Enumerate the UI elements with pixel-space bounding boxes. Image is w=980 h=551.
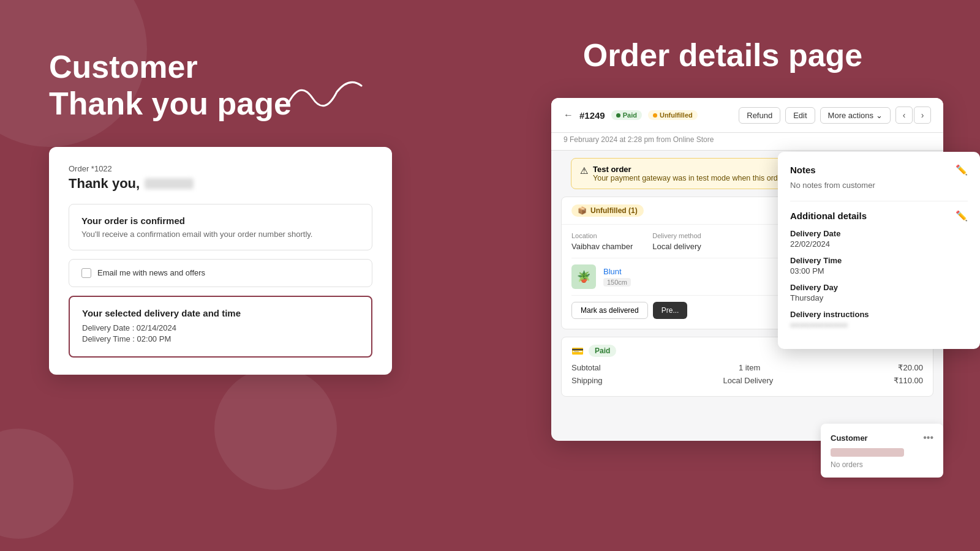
order-number: Order *1022 [69, 164, 372, 173]
customer-header-row: Customer ••• [831, 432, 933, 443]
decorative-squiggle [282, 73, 368, 122]
notes-section: Notes ✏️ No notes from customer [790, 164, 968, 190]
refund-button[interactable]: Refund [739, 107, 780, 124]
more-actions-button[interactable]: More actions ⌄ [820, 107, 891, 124]
panel-header-actions: Refund Edit More actions ⌄ ‹ › [739, 107, 931, 124]
customer-mini-panel: Customer ••• No orders [821, 424, 943, 478]
unfulfilled-status-badge: 📦 Unfulfilled (1) [571, 204, 644, 217]
delivery-box-title: Your selected delivery date and time [82, 308, 359, 318]
subtotal-items: 1 item [739, 363, 760, 372]
prev-order-button[interactable]: ‹ [895, 107, 913, 124]
prep-button[interactable]: Pre... [653, 302, 688, 319]
chevron-down-icon: ⌄ [876, 111, 883, 120]
box-icon: 📦 [578, 206, 587, 215]
customer-name-blurred [145, 178, 194, 189]
order-timestamp: 9 February 2024 at 2:28 pm from Online S… [551, 133, 943, 151]
delivery-date: Delivery Date : 02/14/2024 [82, 323, 359, 332]
delivery-instructions-label: Delivery instructions [790, 310, 968, 319]
notes-title: Notes [790, 165, 816, 175]
warning-icon: ⚠ [580, 165, 588, 176]
paid-badge: Paid [611, 110, 642, 120]
product-variant: 150cm [603, 278, 631, 287]
divider [790, 201, 968, 201]
email-checkbox[interactable] [81, 268, 91, 278]
confirmation-title: Your order is confirmed [81, 216, 360, 226]
thank-you-greeting: Thank you, [69, 176, 372, 192]
delivery-instructions-detail: Delivery instructions ●●●●●●●●●●●● [790, 310, 968, 329]
email-opt-label: Email me with news and offers [97, 268, 205, 277]
right-page-title: Order details page [514, 37, 931, 73]
unfulfilled-dot [653, 113, 657, 118]
delivery-day-detail-value: Thursday [790, 293, 968, 302]
nav-arrows: ‹ › [895, 107, 931, 124]
customer-panel-title: Customer [831, 433, 868, 443]
notes-edit-icon[interactable]: ✏️ [956, 164, 968, 176]
additional-details-title: Additional details [790, 211, 867, 221]
delivery-date-detail-value: 22/02/2024 [790, 239, 968, 249]
payment-icon: 💳 [571, 345, 584, 357]
delivery-time-detail: Delivery Time 03:00 PM [790, 256, 968, 276]
notes-title-row: Notes ✏️ [790, 164, 968, 176]
unfulfilled-badge: Unfulfilled [648, 110, 698, 120]
thank-you-card: Order *1022 Thank you, Your order is con… [49, 147, 392, 375]
delivery-instructions-value: ●●●●●●●●●●●● [790, 320, 968, 329]
delivery-time: Delivery Time : 02:00 PM [82, 334, 359, 343]
delivery-time-detail-label: Delivery Time [790, 256, 968, 265]
shipping-row: Shipping Local Delivery ₹110.00 [571, 376, 923, 385]
email-opt-in[interactable]: Email me with news and offers [69, 259, 372, 287]
location-label: Location [571, 232, 633, 239]
mark-as-delivered-button[interactable]: Mark as delivered [571, 302, 648, 319]
confirmation-text: You'll receive a confirmation email with… [81, 230, 360, 239]
test-order-text: Your payment gateway was in test mode wh… [593, 174, 791, 182]
paid-status-badge: Paid [589, 345, 616, 357]
paid-dot [616, 113, 620, 118]
test-order-title: Test order [593, 165, 791, 174]
notes-value: No notes from customer [790, 181, 968, 190]
product-thumbnail: 🪴 [571, 264, 596, 289]
shipping-label: Shipping [571, 376, 603, 385]
location-value: Vaibhav chamber [571, 242, 633, 251]
delivery-method-value: Local delivery [652, 242, 701, 251]
subtotal-row: Subtotal 1 item ₹20.00 [571, 363, 923, 372]
delivery-method-label: Delivery method [652, 232, 701, 239]
subtotal-value: ₹20.00 [898, 363, 923, 372]
delivery-time-detail-value: 03:00 PM [790, 266, 968, 276]
customer-menu-icon[interactable]: ••• [923, 432, 933, 443]
customer-name-blurred [831, 448, 904, 457]
no-orders-text: No orders [831, 460, 933, 469]
delivery-details-box: Your selected delivery date and time Del… [69, 296, 372, 358]
notes-panel: Notes ✏️ No notes from customer Addition… [778, 152, 980, 349]
additional-edit-icon[interactable]: ✏️ [956, 210, 968, 222]
additional-details-title-row: Additional details ✏️ [790, 210, 968, 222]
next-order-button[interactable]: › [914, 107, 931, 124]
back-arrow-icon[interactable]: ← [564, 110, 573, 121]
shipping-method: Local Delivery [723, 376, 774, 385]
order-id: #1249 [579, 110, 605, 121]
confirmation-box: Your order is confirmed You'll receive a… [69, 204, 372, 250]
panel-header: ← #1249 Paid Unfulfilled Refund Edit Mor… [551, 98, 943, 133]
shipping-value: ₹110.00 [894, 376, 923, 385]
subtotal-label: Subtotal [571, 363, 601, 372]
panel-header-left: ← #1249 Paid Unfulfilled [564, 110, 698, 121]
delivery-date-detail-label: Delivery Date [790, 229, 968, 238]
edit-button[interactable]: Edit [785, 107, 815, 124]
delivery-date-detail: Delivery Date 22/02/2024 [790, 229, 968, 249]
delivery-day-detail-label: Delivery Day [790, 283, 968, 292]
delivery-day-detail: Delivery Day Thursday [790, 283, 968, 302]
delivery-method-group: Delivery method Local delivery [652, 232, 701, 252]
location-group: Location Vaibhav chamber [571, 232, 633, 252]
